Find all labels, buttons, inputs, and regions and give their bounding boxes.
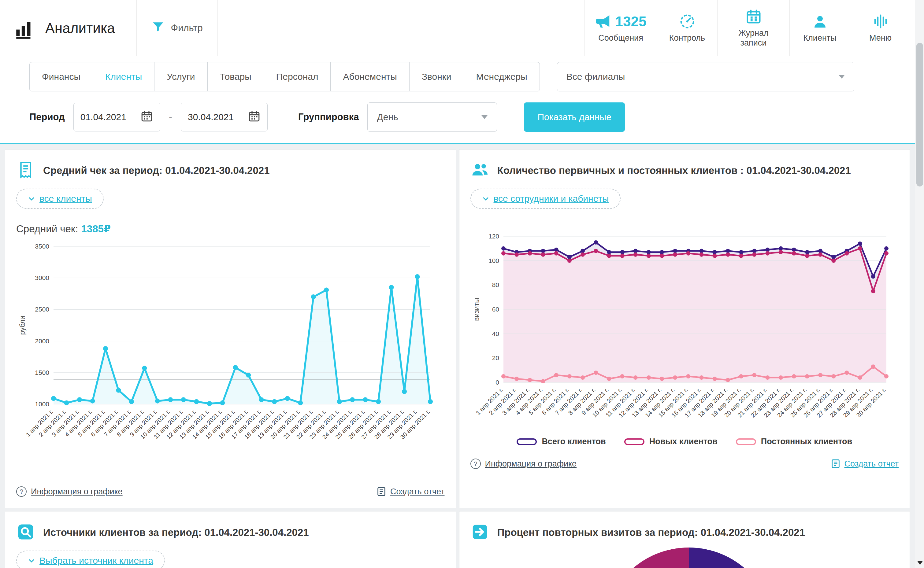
date-range-dash: - — [169, 111, 172, 123]
svg-text:80: 80 — [492, 281, 499, 288]
avg-check-filter-label: все клиенты — [39, 193, 92, 204]
period-label: Период — [29, 112, 65, 122]
bar-chart-logo-icon — [14, 17, 36, 39]
svg-text:1000: 1000 — [35, 400, 49, 408]
topbar: Аналитика Фильтр 1325СообщенияКонтрольЖу… — [0, 0, 924, 56]
clients-count-panel: Количество первичных и постоянных клиент… — [459, 149, 910, 508]
avg-check-chart-wrap: 1000150020002500300035001 апр 2021 г.2 а… — [16, 237, 445, 465]
nav-journal[interactable]: Журнал записи — [717, 0, 789, 56]
nav-menu-label: Меню — [869, 33, 892, 43]
door-exit-icon — [470, 523, 489, 542]
report-icon — [376, 486, 387, 497]
branch-select[interactable]: Все филиалы — [557, 62, 854, 91]
svg-text:1500: 1500 — [35, 369, 49, 376]
filter-tabs: ФинансыКлиентыУслугиТоварыПерсоналАбонем… — [29, 62, 540, 91]
filterbar: ФинансыКлиентыУслугиТоварыПерсоналАбонем… — [0, 56, 924, 144]
nav-messages-label: Сообщения — [598, 33, 643, 43]
avg-check-chart: 1000150020002500300035001 апр 2021 г.2 а… — [16, 237, 445, 464]
chevron-down-icon — [839, 75, 845, 79]
calendar-icon — [746, 8, 762, 25]
receipt-icon — [16, 160, 35, 181]
clients-count-footer: ? Информация о графике Создать отчет — [470, 454, 899, 469]
avg-check-filter-pill[interactable]: все клиенты — [16, 189, 104, 209]
analytics-page: Аналитика Фильтр 1325СообщенияКонтрольЖу… — [0, 0, 924, 568]
filter-tab-3[interactable]: Услуги — [154, 62, 207, 91]
grouping-label: Группировка — [298, 112, 359, 122]
clients-chart: 0204060801001201 апр 2021 г.2 апр 2021 г… — [470, 227, 898, 441]
grouping-select[interactable]: День — [367, 103, 497, 132]
nav-clients[interactable]: Клиенты — [789, 0, 850, 56]
clients-legend: Всего клиентовНовых клиентовПостоянных к… — [470, 437, 899, 446]
repeat-visits-pie-chart — [603, 547, 774, 568]
filter-tab-label: Фильтр — [171, 23, 203, 34]
clients-count-header: Количество первичных и постоянных клиент… — [470, 160, 899, 181]
client-sources-header: Источники клиентов за период: 01.04.2021… — [16, 523, 445, 542]
nav-menu[interactable]: Меню — [850, 0, 910, 56]
client-sources-panel: Источники клиентов за период: 01.04.2021… — [5, 511, 456, 568]
scrollbar-thumb[interactable] — [916, 43, 923, 186]
legend-swatch — [736, 438, 756, 445]
chevron-down-icon — [28, 195, 35, 202]
avg-check-header: Средний чек за период: 01.04.2021-30.04.… — [16, 160, 445, 181]
filter-tab-8[interactable]: Менеджеры — [464, 62, 540, 91]
filter-tab-2[interactable]: Клиенты — [93, 62, 154, 91]
repeat-visits-header: Процент повторных визитов за период: 01.… — [470, 523, 899, 542]
filter-row-tabs: ФинансыКлиентыУслугиТоварыПерсоналАбонем… — [29, 62, 910, 91]
question-icon: ? — [470, 459, 481, 469]
question-icon: ? — [16, 486, 27, 497]
filter-tab-5[interactable]: Персонал — [264, 62, 331, 91]
nav-control[interactable]: Контроль — [657, 0, 717, 56]
svg-text:2000: 2000 — [35, 337, 49, 344]
clients-count-report-link[interactable]: Создать отчет — [830, 459, 898, 469]
report-icon — [830, 459, 841, 469]
legend-swatch — [624, 438, 644, 445]
date-from-input[interactable]: 01.04.2021 — [73, 103, 160, 131]
avg-check-report-link[interactable]: Создать отчет — [376, 486, 445, 497]
dashboard-content: Средний чек за период: 01.04.2021-30.04.… — [0, 144, 924, 568]
page-title: Аналитика — [45, 20, 115, 36]
filter-tab[interactable]: Фильтр — [136, 0, 218, 56]
clients-count-title: Количество первичных и постоянных клиент… — [498, 165, 851, 177]
gauge-icon — [679, 13, 696, 30]
people-icon — [470, 160, 489, 181]
filter-tab-7[interactable]: Звонки — [410, 62, 464, 91]
legend-item-3: Постоянных клиентов — [736, 437, 852, 446]
svg-text:0: 0 — [496, 379, 499, 386]
clients-count-filter-label: все сотрудники и кабинеты — [494, 193, 609, 204]
date-to-value: 30.04.2021 — [188, 112, 234, 122]
avg-check-info-link[interactable]: ? Информация о графике — [16, 486, 122, 497]
svg-text:3000: 3000 — [35, 274, 49, 281]
funnel-icon — [151, 20, 165, 36]
clients-count-info-link[interactable]: ? Информация о графике — [470, 459, 577, 469]
topbar-actions: 1325СообщенияКонтрольЖурнал записиКлиент… — [584, 0, 910, 56]
filter-tab-1[interactable]: Финансы — [29, 62, 93, 91]
nav-journal-label: Журнал записи — [728, 29, 779, 47]
filter-tab-4[interactable]: Товары — [208, 62, 264, 91]
svg-text:40: 40 — [492, 330, 499, 337]
legend-item-1: Всего клиентов — [517, 437, 606, 446]
chevron-down-icon — [481, 115, 487, 119]
avg-check-stat: Средний чек:1385₽ — [16, 223, 445, 235]
avg-check-panel: Средний чек за период: 01.04.2021-30.04.… — [5, 149, 456, 508]
svg-text:60: 60 — [492, 306, 499, 313]
scrollbar[interactable] — [915, 0, 924, 568]
nav-messages[interactable]: 1325Сообщения — [584, 0, 657, 56]
svg-text:рубли: рубли — [18, 316, 26, 335]
chevron-down-icon — [28, 557, 35, 564]
show-data-button[interactable]: Показать данные — [524, 103, 625, 132]
client-sources-filter-label: Выбрать источник клиента — [39, 556, 153, 566]
client-sources-filter-pill[interactable]: Выбрать источник клиента — [16, 551, 165, 568]
filter-tab-6[interactable]: Абонементы — [331, 62, 409, 91]
repeat-visits-title: Процент повторных визитов за период: 01.… — [498, 527, 805, 538]
nav-control-label: Контроль — [669, 33, 705, 43]
svg-text:120: 120 — [488, 233, 499, 240]
date-to-input[interactable]: 30.04.2021 — [181, 103, 268, 131]
scroll-down-arrow-icon[interactable] — [917, 561, 923, 565]
messages-count-badge: 1325 — [615, 13, 646, 30]
topbar-spacer — [218, 0, 584, 56]
avg-check-stat-label: Средний чек: — [16, 223, 78, 234]
clients-count-filter-pill[interactable]: все сотрудники и кабинеты — [470, 189, 621, 209]
svg-text:2500: 2500 — [35, 306, 49, 313]
brand: Аналитика — [0, 0, 136, 56]
megaphone-icon — [595, 13, 611, 30]
